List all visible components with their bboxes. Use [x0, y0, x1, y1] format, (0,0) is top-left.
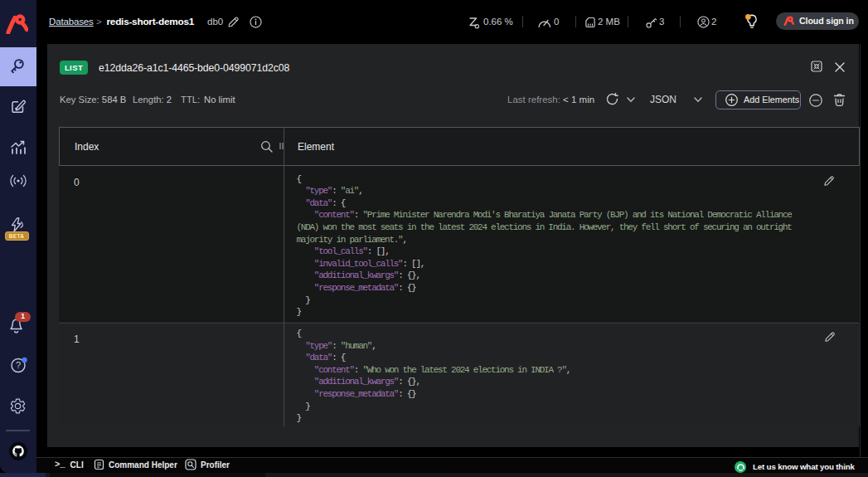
svg-text:?: ?	[15, 360, 20, 370]
